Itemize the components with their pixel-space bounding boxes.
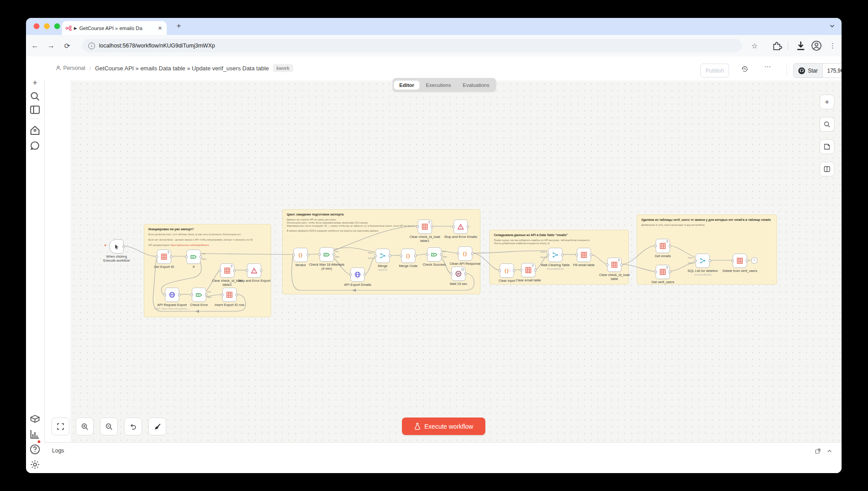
wait-pause-icon bbox=[455, 271, 462, 277]
fit-view-button[interactable] bbox=[52, 418, 69, 435]
data-table-icon bbox=[660, 243, 666, 249]
node-check-error[interactable]: true false Check Error bbox=[192, 288, 206, 302]
node-label: Get emails bbox=[640, 254, 685, 258]
node-get-emails[interactable]: Get emails bbox=[656, 239, 670, 253]
node-wait-clearing-table[interactable]: Input 1 Input 2 Wait Clearing Tablechoos… bbox=[548, 248, 562, 262]
screen: ▶ GetCourse API » emails Da ✕ + ← → ⟳ i … bbox=[0, 0, 868, 491]
node-merge[interactable]: Input 1 Input 2 Mergeappend bbox=[376, 249, 390, 263]
node-sublabel: chooseBranch bbox=[536, 267, 574, 270]
node-label: Stop and Error Export bbox=[237, 279, 272, 283]
globe-icon bbox=[169, 292, 175, 298]
node-label: Clear check_id_load table bbox=[599, 273, 630, 281]
node-clear-email-table[interactable]: Clear email table bbox=[521, 263, 535, 277]
node-sublabel: GET: https://deinved.getcou... bbox=[150, 307, 194, 310]
execute-workflow-button[interactable]: Execute workflow bbox=[402, 418, 485, 435]
data-table-icon bbox=[525, 267, 531, 273]
node-delete-verif-users[interactable]: Delete from verif_users bbox=[733, 254, 747, 268]
port-label-input1: Input 1 bbox=[540, 250, 547, 253]
port-label-false: false bbox=[207, 296, 212, 298]
merge-icon bbox=[552, 252, 558, 258]
if-branch-icon bbox=[431, 251, 437, 258]
flask-icon bbox=[414, 423, 421, 430]
tidy-up-button[interactable] bbox=[148, 418, 166, 435]
zoom-in-button[interactable] bbox=[76, 418, 94, 435]
data-table-icon bbox=[226, 292, 233, 298]
port-label-true: true bbox=[442, 250, 446, 253]
zoom-out-button[interactable] bbox=[100, 418, 118, 435]
broom-icon bbox=[154, 423, 161, 431]
execute-workflow-label: Execute workflow bbox=[424, 423, 473, 430]
fit-view-icon bbox=[57, 423, 64, 430]
cursor-icon bbox=[114, 244, 120, 250]
node-label: Clear email table bbox=[506, 278, 551, 282]
node-get-verif-users[interactable]: Get verif_users bbox=[656, 265, 670, 279]
node-stop-error-export[interactable]: Stop and Error Export bbox=[247, 263, 261, 278]
node-clear-check-id-table[interactable]: Clear check_id_load table bbox=[607, 258, 622, 272]
error-triangle-icon bbox=[458, 224, 464, 230]
globe-icon bbox=[354, 271, 361, 278]
node-label: Stop and Error Emails bbox=[443, 235, 478, 239]
port-label-input1: Input 1 bbox=[688, 256, 695, 259]
pin-icon bbox=[167, 251, 170, 254]
node-stop-error-emails[interactable]: Stop and Error Emails bbox=[453, 220, 468, 234]
node-fill-email-table[interactable]: Fill email table bbox=[577, 248, 591, 262]
pin-icon bbox=[428, 221, 431, 224]
node-label: If bbox=[171, 265, 216, 269]
if-branch-icon bbox=[324, 251, 330, 258]
merge-icon bbox=[380, 253, 386, 259]
node-api-request-export[interactable]: API Request ExportGET: https://deinved.g… bbox=[165, 288, 179, 302]
node-get-export-id[interactable]: Get Export ID bbox=[157, 250, 171, 264]
port-label-input2: Input 2 bbox=[368, 257, 375, 259]
split-view-button[interactable] bbox=[820, 162, 834, 177]
node-insert-export-id[interactable]: Insert Export ID row bbox=[222, 288, 237, 302]
node-sublabel: append bbox=[360, 268, 405, 271]
data-table-icon bbox=[422, 224, 428, 230]
node-label: Clean API Response bbox=[447, 262, 483, 266]
clock-badge-icon bbox=[461, 268, 464, 271]
node-clear-input[interactable]: {} Clear input bbox=[500, 263, 514, 278]
data-table-icon bbox=[581, 252, 587, 258]
node-clear-check-id-table1[interactable]: Clear check_id_load table1 bbox=[418, 220, 432, 234]
code-braces-icon: {} bbox=[298, 253, 303, 258]
search-icon bbox=[824, 121, 830, 128]
error-triangle-icon bbox=[251, 267, 257, 274]
data-table-icon bbox=[161, 254, 167, 260]
canvas-overlay: Editor Executions Evaluations Инициирова… bbox=[0, 0, 868, 491]
node-sql-list-deletion[interactable]: Input 1 Input 2 SQL List for deletioncom… bbox=[695, 254, 710, 268]
node-label: SQL List for deletion bbox=[684, 269, 721, 273]
undo-button[interactable] bbox=[124, 418, 142, 435]
node-if[interactable]: true false If bbox=[186, 250, 201, 264]
code-braces-icon: {} bbox=[463, 251, 467, 256]
port-label-input2: Input 2 bbox=[688, 262, 695, 264]
code-braces-icon: {} bbox=[505, 268, 509, 273]
node-label: API Export Emails bbox=[335, 283, 380, 287]
zoom-out-icon bbox=[105, 423, 113, 431]
node-check-success[interactable]: true false Check Success bbox=[427, 247, 441, 262]
add-node-plus[interactable]: + bbox=[751, 258, 757, 263]
pin-icon bbox=[531, 264, 534, 267]
trigger-add-icon: + bbox=[104, 243, 107, 248]
merge-icon bbox=[700, 258, 706, 264]
sticky-note-icon bbox=[824, 143, 830, 150]
data-table-icon bbox=[737, 258, 743, 264]
port-label-true: true bbox=[207, 290, 211, 293]
node-wait-15-sec[interactable]: Wait 15 sec bbox=[451, 267, 466, 281]
add-node-button[interactable]: + bbox=[820, 95, 834, 109]
node-clean-api-response[interactable]: {} Clean API Response bbox=[458, 246, 472, 261]
data-table-icon bbox=[224, 267, 230, 274]
plus-icon: + bbox=[825, 98, 829, 107]
node-label: Delete from verif_users bbox=[722, 269, 758, 273]
node-label: Fill email table bbox=[561, 263, 606, 267]
node-merge-code[interactable]: {} Merge Code bbox=[401, 249, 415, 263]
node-check-max-attempts[interactable]: true false Check Max 16 Attempts (4 min) bbox=[320, 247, 334, 262]
canvas-search-button[interactable] bbox=[820, 117, 834, 132]
node-clear-check-id-table2[interactable]: Clear check_id_load table2 bbox=[220, 263, 234, 278]
port-label-false: false bbox=[335, 255, 340, 258]
undo-icon bbox=[130, 423, 137, 431]
port-label-input1: Input 1 bbox=[368, 251, 375, 254]
pin-icon bbox=[666, 266, 669, 269]
node-iterator[interactable]: {} Iterator bbox=[294, 248, 308, 262]
node-trigger[interactable]: When clicking ‘Execute workflow’ bbox=[109, 239, 124, 254]
port-label-true: true bbox=[202, 252, 206, 255]
add-sticky-button[interactable] bbox=[820, 139, 834, 154]
